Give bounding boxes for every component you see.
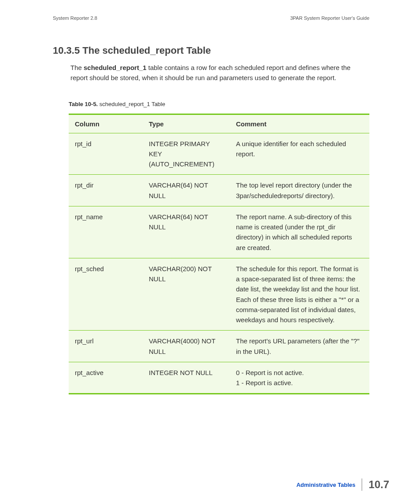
table-cell: 0 - Report is not active. 1 - Report is … [230, 362, 369, 394]
table-cell: The schedule for this report. The format… [230, 258, 369, 331]
table-cell: INTEGER PRIMARY KEY (AUTO_INCREMENT) [143, 133, 230, 175]
table-cell: VARCHAR(200) NOT NULL [143, 258, 230, 331]
header-left: System Reporter 2.8 [53, 15, 97, 21]
table-cell: VARCHAR(64) NOT NULL [143, 175, 230, 206]
intro-pre: The [70, 64, 84, 71]
table-row: rpt_dirVARCHAR(64) NOT NULLThe top level… [69, 175, 369, 206]
footer-divider [361, 478, 362, 491]
table-cell: The report's URL parameters (after the "… [230, 331, 369, 362]
table-row: rpt_activeINTEGER NOT NULL0 - Report is … [69, 362, 369, 394]
table-cell: The report name. A sub-directory of this… [230, 206, 369, 258]
table-caption-bold: Table 10-5. [69, 101, 98, 107]
page-footer: Administrative Tables 10.7 [296, 478, 389, 491]
table-caption-rest: scheduled_report_1 Table [98, 101, 165, 107]
table-cell: VARCHAR(64) NOT NULL [143, 206, 230, 258]
table-row: rpt_urlVARCHAR(4000) NOT NULLThe report'… [69, 331, 369, 362]
table-header-type: Type [143, 114, 230, 133]
table-header-column: Column [69, 114, 143, 133]
table-cell: rpt_name [69, 206, 143, 258]
table-cell: VARCHAR(4000) NOT NULL [143, 331, 230, 362]
table-cell: A unique identifier for each scheduled r… [230, 133, 369, 175]
intro-bold: scheduled_report_1 [84, 64, 147, 71]
running-header: System Reporter 2.8 3PAR System Reporter… [53, 15, 369, 21]
section-intro: The scheduled_report_1 table contains a … [70, 63, 369, 83]
table-header-row: Column Type Comment [69, 114, 369, 133]
table-caption: Table 10-5. scheduled_report_1 Table [69, 101, 369, 107]
table-cell: rpt_dir [69, 175, 143, 206]
table-row: rpt_schedVARCHAR(200) NOT NULLThe schedu… [69, 258, 369, 331]
footer-page-number: 10.7 [368, 478, 389, 491]
scheduled-report-table: Column Type Comment rpt_idINTEGER PRIMAR… [69, 114, 369, 395]
header-right: 3PAR System Reporter User's Guide [290, 15, 369, 21]
table-cell: rpt_sched [69, 258, 143, 331]
section-title: 10.3.5 The scheduled_report Table [53, 45, 369, 56]
table-cell: rpt_url [69, 331, 143, 362]
table-row: rpt_nameVARCHAR(64) NOT NULLThe report n… [69, 206, 369, 258]
table-cell: rpt_id [69, 133, 143, 175]
table-cell: INTEGER NOT NULL [143, 362, 230, 394]
table-row: rpt_idINTEGER PRIMARY KEY (AUTO_INCREMEN… [69, 133, 369, 175]
table-header-comment: Comment [230, 114, 369, 133]
table-cell: The top level report directory (under th… [230, 175, 369, 206]
footer-section: Administrative Tables [296, 482, 355, 488]
table-cell: rpt_active [69, 362, 143, 394]
